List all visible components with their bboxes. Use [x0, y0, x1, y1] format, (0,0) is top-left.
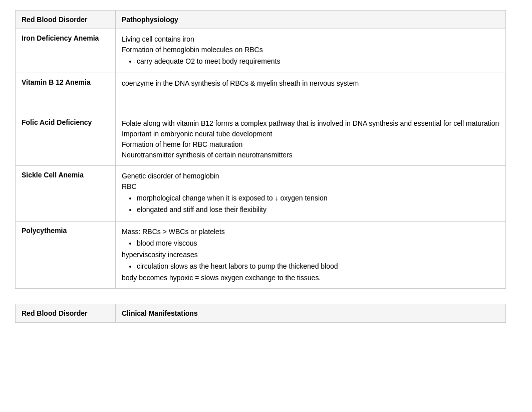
text-line: Formation of heme for RBC maturation: [122, 140, 242, 148]
header-disorder: Red Blood Disorder: [16, 11, 116, 29]
table-row: Polycythemia Mass: RBCs > WBCs or platel…: [16, 222, 505, 288]
text-line: Mass: RBCs > WBCs or platelets: [122, 228, 225, 236]
disorder-label: Folic Acid Deficiency: [16, 113, 116, 165]
disorder-label: Polycythemia: [16, 222, 116, 288]
disorder-label: Vitamin B 12 Anemia: [16, 73, 116, 113]
table-header-row: Red Blood Disorder Pathophysiology: [16, 11, 505, 29]
header-pathophysiology: Pathophysiology: [116, 11, 505, 29]
text-line: Folate along with vitamin B12 forms a co…: [122, 119, 499, 127]
text-line: Living cell contains iron: [122, 35, 194, 43]
pathophysiology-content: coenzyme in the DNA synthesis of RBCs & …: [116, 73, 505, 113]
list-item: morphological change when it is exposed …: [137, 193, 499, 203]
text-line: body becomes hypoxic = slows oxygen exch…: [122, 274, 321, 282]
table-header-row: Red Blood Disorder Clinical Manifestatio…: [16, 304, 505, 323]
text-line: Important in embryonic neural tube devel…: [122, 130, 272, 138]
table-row: Vitamin B 12 Anemia coenzyme in the DNA …: [16, 73, 505, 113]
disorder-label: Sickle Cell Anemia: [16, 166, 116, 221]
text-line: Neurotransmitter synthesis of certain ne…: [122, 151, 293, 159]
pathophysiology-content: Living cell contains iron Formation of h…: [116, 29, 505, 73]
header-disorder: Red Blood Disorder: [16, 304, 116, 322]
table-row: Folic Acid Deficiency Folate along with …: [16, 113, 505, 166]
list-item: circulation slows as the heart labors to…: [137, 261, 499, 272]
text-line: RBC: [122, 182, 137, 190]
pathophysiology-content: Genetic disorder of hemoglobin RBC morph…: [116, 166, 505, 221]
text-line: Genetic disorder of hemoglobin: [122, 172, 219, 180]
text-line: hyperviscosity increases: [122, 251, 198, 259]
table-row: Sickle Cell Anemia Genetic disorder of h…: [16, 166, 505, 222]
text-line: Formation of hemoglobin molecules on RBC…: [122, 46, 263, 54]
pathophysiology-content: Mass: RBCs > WBCs or platelets blood mor…: [116, 222, 505, 288]
header-clinical: Clinical Manifestations: [116, 304, 505, 322]
disorder-label: Iron Deficiency Anemia: [16, 29, 116, 73]
clinical-manifestations-table: Red Blood Disorder Clinical Manifestatio…: [15, 304, 506, 323]
list-item: carry adequate O2 to meet body requireme…: [137, 56, 499, 67]
pathophysiology-content: Folate along with vitamin B12 forms a co…: [116, 113, 505, 165]
text-line: coenzyme in the DNA synthesis of RBCs & …: [122, 79, 359, 87]
table-row: Iron Deficiency Anemia Living cell conta…: [16, 29, 505, 73]
list-item: elongated and stiff and lose their flexi…: [137, 204, 499, 215]
pathophysiology-table: Red Blood Disorder Pathophysiology Iron …: [15, 10, 506, 289]
list-item: blood more viscous: [137, 238, 499, 249]
